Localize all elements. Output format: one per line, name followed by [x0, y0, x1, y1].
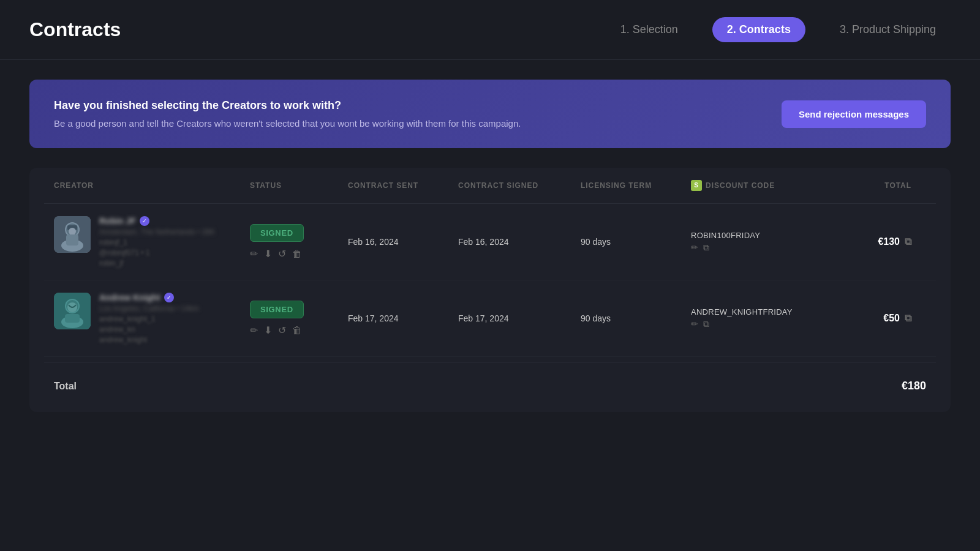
creator-meta-2: Los Angeles, California • 14km [99, 304, 199, 313]
main-content: Have you finished selecting the Creators… [0, 60, 980, 432]
total-row: Total €180 [44, 362, 936, 397]
download-icon-1[interactable]: ⬇ [264, 248, 272, 260]
total-value-2: €50 [883, 313, 900, 324]
delete-icon-2[interactable]: 🗑 [292, 325, 302, 336]
creator-info-1: Robin JF ✓ Amsterdam, The Netherlands • … [99, 216, 215, 268]
col-discount-code: S DISCOUNT CODE [691, 180, 838, 191]
send-rejection-button[interactable]: Send rejection messages [782, 100, 926, 128]
creator-cell-2: Andrew Knight ✓ Los Angeles, California … [54, 293, 250, 344]
banner: Have you finished selecting the Creators… [29, 80, 951, 148]
creator-name-2: Andrew Knight [99, 293, 160, 302]
creator-name-row-1: Robin JF ✓ [99, 216, 215, 226]
edit-icon-2[interactable]: ✏ [250, 324, 258, 336]
avatar [54, 293, 91, 329]
creator-handle1-2: andrew_knight_1 [99, 315, 199, 323]
header: Contracts 1. Selection 2. Contracts 3. P… [0, 0, 980, 60]
status-badge-2: SIGNED [250, 301, 304, 318]
status-cell-1: SIGNED ✏ ⬇ ↺ 🗑 [250, 224, 348, 260]
banner-text: Have you finished selecting the Creators… [54, 99, 521, 129]
creator-name-1: Robin JF [99, 216, 136, 226]
nav-step-3[interactable]: 3. Product Shipping [825, 17, 951, 42]
verified-badge-2: ✓ [164, 293, 174, 302]
copy-discount-icon-1[interactable]: ⧉ [703, 242, 709, 253]
refresh-icon-2[interactable]: ↺ [278, 324, 286, 336]
table-row: Robin JF ✓ Amsterdam, The Netherlands • … [44, 204, 936, 280]
banner-subtitle: Be a good person and tell the Creators w… [54, 118, 521, 129]
copy-total-icon-2[interactable]: ⧉ [905, 313, 911, 324]
creator-handle2-1: @robinjf071 • 1 [99, 249, 215, 257]
licensing-term-1: 90 days [581, 237, 691, 247]
copy-total-icon-1[interactable]: ⧉ [905, 236, 911, 247]
contract-signed-2: Feb 17, 2024 [458, 313, 581, 323]
col-contract-signed: CONTRACT SIGNED [458, 180, 581, 191]
creator-info-2: Andrew Knight ✓ Los Angeles, California … [99, 293, 199, 344]
creator-name-row-2: Andrew Knight ✓ [99, 293, 199, 302]
discount-actions-1: ✏ ⧉ [691, 242, 838, 253]
refresh-icon-1[interactable]: ↺ [278, 248, 286, 260]
nav-step-1[interactable]: 1. Selection [606, 17, 693, 42]
creator-handle3-2: andrew_knight [99, 335, 199, 344]
col-status: STATUS [250, 180, 348, 191]
total-cell-2: €50 ⧉ [838, 313, 911, 324]
discount-cell-1: ROBIN100FRIDAY ✏ ⧉ [691, 231, 838, 253]
edit-discount-icon-1[interactable]: ✏ [691, 242, 698, 253]
col-licensing-term: LICENSING TERM [581, 180, 691, 191]
page-title: Contracts [29, 18, 121, 41]
contract-sent-2: Feb 17, 2024 [348, 313, 458, 323]
col-creator: CREATOR [54, 180, 250, 191]
total-amount: €180 [902, 380, 926, 392]
creator-meta-1: Amsterdam, The Netherlands • 28K [99, 228, 215, 236]
total-cell-1: €130 ⧉ [838, 236, 911, 247]
status-cell-2: SIGNED ✏ ⬇ ↺ 🗑 [250, 301, 348, 336]
banner-title: Have you finished selecting the Creators… [54, 99, 521, 112]
table-row: Andrew Knight ✓ Los Angeles, California … [44, 280, 936, 357]
table-header: CREATOR STATUS CONTRACT SENT CONTRACT SI… [44, 168, 936, 204]
contracts-table: CREATOR STATUS CONTRACT SENT CONTRACT SI… [29, 168, 951, 412]
col-contract-sent: CONTRACT SENT [348, 180, 458, 191]
download-icon-2[interactable]: ⬇ [264, 324, 272, 336]
nav-step-2[interactable]: 2. Contracts [712, 17, 805, 42]
action-icons-1: ✏ ⬇ ↺ 🗑 [250, 248, 348, 260]
discount-code-2: ANDREW_KNIGHTFRIDAY [691, 307, 838, 317]
verified-badge-1: ✓ [140, 216, 149, 226]
col-total: TOTAL [838, 180, 911, 191]
contract-signed-1: Feb 16, 2024 [458, 237, 581, 247]
creator-handle2-2: andrew_kn [99, 325, 199, 334]
avatar [54, 216, 91, 253]
nav-steps: 1. Selection 2. Contracts 3. Product Shi… [606, 17, 951, 42]
discount-code-1: ROBIN100FRIDAY [691, 231, 838, 240]
creator-handle1-1: robinjf_1 [99, 238, 215, 247]
svg-rect-12 [65, 314, 80, 323]
contract-sent-1: Feb 16, 2024 [348, 237, 458, 247]
shopify-icon: S [691, 180, 702, 191]
delete-icon-1[interactable]: 🗑 [292, 249, 302, 260]
discount-actions-2: ✏ ⧉ [691, 319, 838, 329]
creator-cell-1: Robin JF ✓ Amsterdam, The Netherlands • … [54, 216, 250, 268]
total-value-1: €130 [878, 236, 900, 247]
svg-rect-6 [66, 234, 78, 246]
status-badge-1: SIGNED [250, 224, 304, 242]
discount-cell-2: ANDREW_KNIGHTFRIDAY ✏ ⧉ [691, 307, 838, 329]
edit-discount-icon-2[interactable]: ✏ [691, 319, 698, 329]
creator-handle3-1: robin_jf [99, 259, 215, 268]
action-icons-2: ✏ ⬇ ↺ 🗑 [250, 324, 348, 336]
edit-icon-1[interactable]: ✏ [250, 248, 258, 260]
svg-point-5 [69, 228, 76, 235]
licensing-term-2: 90 days [581, 313, 691, 323]
copy-discount-icon-2[interactable]: ⧉ [703, 319, 709, 329]
total-label: Total [54, 381, 77, 392]
